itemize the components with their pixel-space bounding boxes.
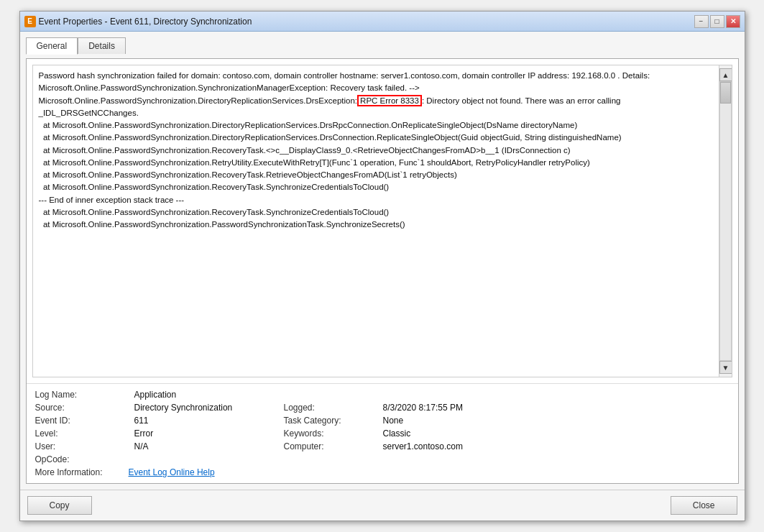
opcode-label: OpCode: xyxy=(35,454,129,464)
copy-button[interactable]: Copy xyxy=(27,496,92,515)
logged-label: Logged: xyxy=(284,403,377,413)
event-properties-window: E Event Properties - Event 611, Director… xyxy=(19,11,745,521)
scrollbar-thumb[interactable] xyxy=(720,82,731,104)
window-content: General Details Password hash synchroniz… xyxy=(20,32,745,490)
close-button[interactable]: Close xyxy=(671,496,737,515)
details-panel: Log Name: Application Source: Directory … xyxy=(27,383,738,483)
log-name-value: Application xyxy=(134,390,278,400)
user-value: N/A xyxy=(134,441,278,451)
opcode-row: OpCode: xyxy=(35,454,730,464)
maximize-button[interactable]: □ xyxy=(710,15,724,28)
title-bar-controls: − □ ✕ xyxy=(694,15,740,28)
window-icon: E xyxy=(24,16,36,27)
title-bar-left: E Event Properties - Event 611, Director… xyxy=(24,16,252,27)
message-scrollbar: ▲ ▼ xyxy=(719,65,732,377)
message-panel: Password hash synchronization failed for… xyxy=(32,65,732,377)
window-title: Event Properties - Event 611, Directory … xyxy=(39,17,252,27)
logged-value: 8/3/2020 8:17:55 PM xyxy=(383,403,730,413)
keywords-value: Classic xyxy=(383,428,730,439)
tab-details[interactable]: Details xyxy=(78,37,126,54)
scroll-up-button[interactable]: ▲ xyxy=(719,68,732,81)
scrollbar-track[interactable] xyxy=(719,81,732,361)
msg-line2: Microsoft.Online.PasswordSynchronization… xyxy=(39,83,420,92)
tab-general[interactable]: General xyxy=(26,37,78,55)
tab-content-general: Password hash synchronization failed for… xyxy=(26,58,739,484)
msg-stacktrace: at Microsoft.Online.PasswordSynchronizat… xyxy=(39,121,622,229)
footer-bar: Copy Close xyxy=(20,490,745,520)
details-grid: Log Name: Application Source: Directory … xyxy=(35,390,730,451)
title-bar: E Event Properties - Event 611, Director… xyxy=(20,12,745,32)
more-info-label: More Information: xyxy=(35,467,129,477)
log-name-label: Log Name: xyxy=(35,390,129,400)
tabs-bar: General Details xyxy=(26,37,739,54)
rpc-error-highlight: RPC Error 8333 xyxy=(357,95,422,106)
level-value: Error xyxy=(134,428,278,439)
keywords-label: Keywords: xyxy=(284,428,377,439)
source-label: Source: xyxy=(35,403,129,413)
task-category-label: Task Category: xyxy=(284,416,377,426)
computer-label: Computer: xyxy=(284,441,377,451)
event-log-online-help-link[interactable]: Event Log Online Help xyxy=(129,467,215,477)
computer-value: server1.contoso.com xyxy=(383,441,730,451)
scroll-down-button[interactable]: ▼ xyxy=(719,361,732,374)
level-label: Level: xyxy=(35,428,129,439)
window-close-button[interactable]: ✕ xyxy=(726,15,740,28)
minimize-button[interactable]: − xyxy=(694,15,709,28)
task-category-value: None xyxy=(383,416,730,426)
event-id-value: 611 xyxy=(134,416,278,426)
event-id-label: Event ID: xyxy=(35,416,129,426)
msg-line1: Password hash synchronization failed for… xyxy=(39,71,650,80)
user-label: User: xyxy=(35,441,129,451)
message-text-area[interactable]: Password hash synchronization failed for… xyxy=(33,65,719,377)
source-value: Directory Synchronization xyxy=(134,403,278,413)
more-info-row: More Information: Event Log Online Help xyxy=(35,467,730,477)
msg-line3-pre: Microsoft.Online.PasswordSynchronization… xyxy=(39,96,358,105)
